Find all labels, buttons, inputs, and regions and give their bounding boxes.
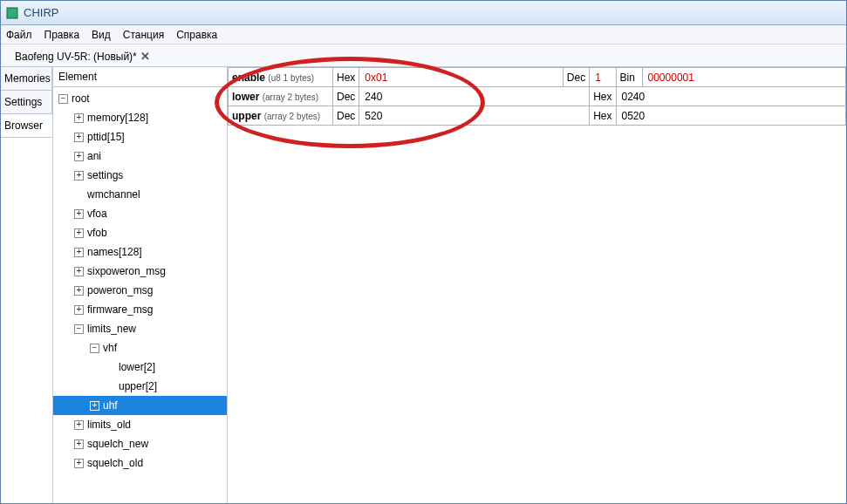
field-label: lower (array 2 bytes) — [229, 87, 333, 106]
tree-label: squelch_new — [87, 438, 148, 450]
tree-item-pttid[interactable]: +pttid[15] — [53, 127, 227, 146]
expand-icon[interactable]: + — [74, 152, 84, 161]
hex-value-cell — [359, 68, 563, 87]
expand-icon[interactable]: + — [74, 459, 84, 468]
tree-label: vfoa — [87, 208, 107, 220]
menu-station[interactable]: Станция — [123, 29, 164, 41]
upper-hex-input[interactable] — [620, 109, 842, 123]
detail-panel: enable (u8 1 bytes) Hex Dec Bin lower (a… — [228, 67, 846, 503]
collapse-icon[interactable]: − — [90, 344, 99, 353]
field-label: upper (array 2 bytes) — [229, 106, 333, 126]
expand-icon[interactable]: + — [74, 248, 84, 257]
tree-item-vfob[interactable]: +vfob — [53, 223, 227, 242]
menu-view[interactable]: Вид — [92, 29, 111, 41]
expand-icon[interactable]: + — [90, 401, 99, 411]
enable-hex-input[interactable] — [363, 71, 558, 85]
collapse-icon[interactable]: − — [58, 94, 68, 104]
expand-icon[interactable]: + — [74, 209, 84, 219]
field-row-enable: enable (u8 1 bytes) Hex Dec Bin — [229, 68, 846, 87]
document-tabbar: Baofeng UV-5R: (Новый)* ✕ — [1, 44, 846, 67]
tab-settings[interactable]: Settings — [1, 91, 52, 114]
bin-label: Bin — [616, 68, 642, 87]
tree-label: settings — [87, 169, 123, 181]
content-area: Memories Settings Browser Element − root… — [1, 67, 846, 503]
tree-item-limits-new[interactable]: −limits_new — [53, 319, 227, 338]
expand-icon[interactable]: + — [74, 439, 84, 449]
tree-label: upper[2] — [119, 380, 157, 392]
tree-label: vfob — [87, 227, 107, 239]
upper-dec-input[interactable] — [363, 109, 585, 123]
bin-value-cell — [642, 68, 845, 87]
menubar: Файл Правка Вид Станция Справка — [1, 25, 846, 44]
menu-help[interactable]: Справка — [176, 29, 217, 41]
tree-item-firmware[interactable]: +firmware_msg — [53, 300, 227, 319]
tree-item-limits-old[interactable]: +limits_old — [53, 415, 227, 434]
expand-icon[interactable]: + — [74, 133, 84, 142]
titlebar: CHIRP — [1, 1, 846, 25]
tree-label: memory[128] — [87, 112, 148, 124]
dec-label: Dec — [333, 87, 359, 106]
lower-dec-input[interactable] — [363, 90, 585, 104]
close-icon[interactable]: ✕ — [140, 50, 150, 63]
field-label: enable (u8 1 bytes) — [229, 68, 333, 87]
tree-item-ani[interactable]: +ani — [53, 146, 227, 166]
tree-item-vfoa[interactable]: +vfoa — [53, 204, 227, 223]
tree-label: names[128] — [87, 246, 142, 258]
hex-value-cell — [616, 87, 845, 106]
menu-edit[interactable]: Правка — [44, 29, 80, 41]
expand-icon[interactable]: + — [74, 228, 84, 238]
dec-value-cell — [590, 68, 616, 87]
tree-item-names[interactable]: +names[128] — [53, 242, 227, 262]
tree-label: root — [72, 92, 90, 105]
tree-root[interactable]: − root — [53, 89, 227, 108]
expand-icon[interactable]: + — [74, 305, 84, 315]
field-row-upper: upper (array 2 bytes) Dec Hex — [229, 106, 846, 126]
tree-item-poweron[interactable]: +poweron_msg — [53, 281, 227, 300]
tree-item-squelch-new[interactable]: +squelch_new — [53, 434, 227, 453]
tab-memories[interactable]: Memories — [1, 67, 52, 91]
tree-item-vhf[interactable]: −vhf — [53, 338, 227, 358]
enable-dec-input[interactable] — [593, 71, 611, 85]
menu-file[interactable]: Файл — [6, 29, 32, 41]
tree-item-upper2[interactable]: upper[2] — [53, 377, 227, 396]
app-icon — [6, 7, 18, 19]
expand-icon[interactable]: + — [74, 113, 84, 123]
hex-label: Hex — [590, 87, 616, 106]
tree-item-uhf[interactable]: +uhf — [53, 396, 227, 415]
tree-item-settings[interactable]: +settings — [53, 166, 227, 185]
fields-table: enable (u8 1 bytes) Hex Dec Bin lower (a… — [228, 67, 846, 126]
document-tab[interactable]: Baofeng UV-5R: (Новый)* ✕ — [6, 46, 159, 66]
lower-hex-input[interactable] — [620, 90, 842, 104]
tree-label: sixpoweron_msg — [87, 265, 166, 277]
expand-icon[interactable]: + — [74, 267, 84, 276]
collapse-icon[interactable]: − — [74, 324, 84, 334]
enable-bin-input[interactable] — [646, 71, 842, 85]
tree-item-lower2[interactable]: lower[2] — [53, 358, 227, 377]
hex-value-cell — [616, 106, 845, 126]
window-title: CHIRP — [24, 6, 58, 19]
tree-label: ani — [87, 150, 101, 162]
tree-label: pttid[15] — [87, 131, 125, 143]
dec-value-cell — [359, 87, 590, 106]
tree-header: Element — [53, 67, 227, 87]
expand-icon[interactable]: + — [74, 171, 84, 180]
tree-spacer — [74, 190, 84, 200]
dec-label: Dec — [563, 68, 589, 87]
tree-spacer — [106, 382, 115, 392]
tree-item-squelch-old[interactable]: +squelch_old — [53, 453, 227, 473]
tree-item-memory[interactable]: +memory[128] — [53, 108, 227, 127]
dec-value-cell — [359, 106, 590, 126]
tree-item-wmchannel[interactable]: wmchannel — [53, 185, 227, 204]
tree-label: squelch_old — [87, 457, 143, 469]
dec-label: Dec — [333, 106, 359, 126]
tab-browser[interactable]: Browser — [1, 114, 52, 138]
document-tab-label: Baofeng UV-5R: (Новый)* — [15, 51, 137, 63]
tree-spacer — [106, 363, 115, 372]
tree-label: lower[2] — [119, 361, 155, 373]
tree-label: wmchannel — [87, 188, 140, 201]
tree-item-sixpoweron[interactable]: +sixpoweron_msg — [53, 262, 227, 281]
tree[interactable]: − root +memory[128] +pttid[15] +ani +set… — [53, 87, 227, 503]
expand-icon[interactable]: + — [74, 420, 84, 430]
svg-rect-0 — [7, 8, 17, 18]
expand-icon[interactable]: + — [74, 286, 84, 296]
